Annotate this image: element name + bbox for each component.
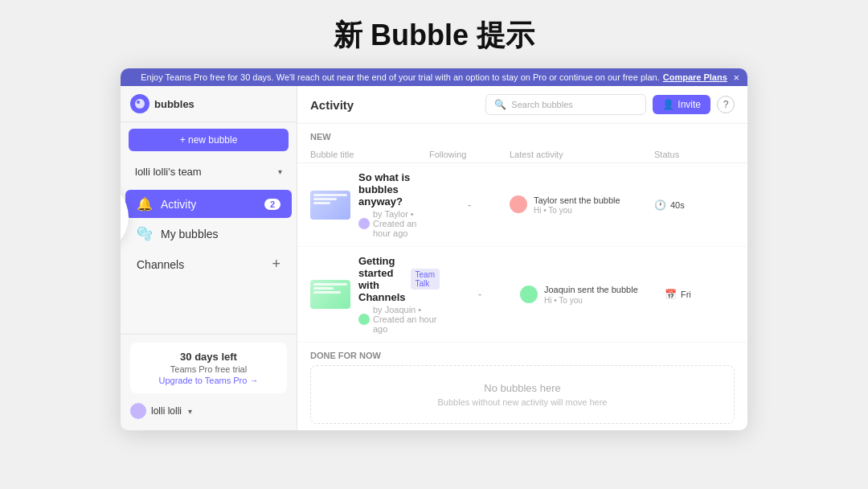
- team-chevron-icon: ▾: [278, 167, 282, 176]
- my-bubbles-icon: 🫧: [137, 226, 153, 241]
- main-layout: bubbles + new bubble lolli lolli's team …: [121, 86, 747, 430]
- logo-text: bubbles: [154, 98, 194, 110]
- invite-icon: 👤: [662, 99, 674, 110]
- status-text: Fri: [681, 290, 691, 299]
- bubble-meta: by Joaquin • Created an hour ago: [358, 305, 440, 334]
- activity-label: Activity: [161, 198, 196, 211]
- activity-text: Taylor sent the bubble: [534, 195, 620, 206]
- table-row[interactable]: Getting started with Channels Team Talk …: [297, 247, 747, 343]
- header-right: 🔍 Search bubbles 👤 Invite ?: [485, 94, 735, 115]
- sidebar-item-my-bubbles[interactable]: 🫧 My bubbles: [125, 220, 292, 248]
- user-row[interactable]: lolli lolli ▾: [130, 400, 287, 422]
- col-header-following: Following: [429, 150, 510, 159]
- trial-days: 30 days left: [138, 351, 279, 363]
- upgrade-link[interactable]: Upgrade to Teams Pro →: [138, 376, 279, 385]
- svg-point-0: [135, 99, 145, 109]
- activity-sub: Hi • To you: [544, 296, 638, 305]
- status-text: 40s: [670, 200, 685, 210]
- content-body: New Bubble title Following Latest activi…: [297, 124, 747, 430]
- search-placeholder: Search bubbles: [511, 100, 572, 109]
- team-name: lolli lolli's team: [135, 166, 202, 178]
- status-icon: 📅: [665, 289, 677, 300]
- search-icon: 🔍: [494, 99, 506, 110]
- activity-avatar: [510, 195, 527, 213]
- team-selector[interactable]: lolli lolli's team ▾: [129, 161, 289, 183]
- logo-icon: [130, 94, 149, 113]
- promo-banner: Enjoy Teams Pro free for 30 days. We'll …: [121, 68, 747, 86]
- sidebar-header: bubbles: [121, 86, 297, 122]
- page-title: 新 Bubble 提示: [334, 0, 534, 68]
- sidebar-item-activity[interactable]: 🔔 Activity 2: [125, 190, 292, 218]
- new-bubble-button[interactable]: + new bubble: [129, 129, 289, 151]
- bubble-thumbnail: [310, 191, 350, 220]
- col-header-status: Status: [654, 150, 735, 159]
- channels-label: Channels: [137, 258, 184, 271]
- sidebar-footer: 30 days left Teams Pro free trial Upgrad…: [121, 334, 297, 430]
- table-header: Bubble title Following Latest activity S…: [297, 146, 747, 163]
- bubble-info: Getting started with Channels Team Talk …: [310, 255, 440, 334]
- following-dash: -: [478, 288, 482, 301]
- status-cell: 📅 Fri: [665, 289, 745, 300]
- following-dash: -: [468, 199, 472, 212]
- activity-icon: 🔔: [137, 196, 153, 212]
- help-icon[interactable]: ?: [717, 96, 735, 113]
- content-header: Activity 🔍 Search bubbles 👤 Invite ?: [297, 86, 747, 124]
- bubble-thumbnail: [310, 280, 350, 309]
- new-section-label: New: [297, 124, 747, 146]
- activity-text: Joaquin sent the bubble: [544, 284, 638, 295]
- channels-section[interactable]: Channels +: [125, 249, 292, 279]
- bubble-title: So what is bubbles anyway?: [358, 171, 429, 208]
- banner-close-button[interactable]: ×: [733, 72, 739, 84]
- col-header-title: Bubble title: [310, 150, 429, 159]
- status-cell: 🕐 40s: [654, 199, 735, 211]
- status-icon: 🕐: [654, 199, 666, 211]
- empty-title: No bubbles here: [327, 382, 718, 394]
- empty-sub: Bubbles without new activity will move h…: [327, 397, 718, 407]
- team-tag: Team Talk: [411, 269, 440, 290]
- table-row[interactable]: So what is bubbles anyway? by Taylor • C…: [297, 163, 747, 247]
- empty-state-box: No bubbles here Bubbles without new acti…: [310, 365, 735, 424]
- user-avatar: [130, 403, 146, 419]
- activity-cell: Joaquin sent the bubble Hi • To you: [520, 284, 665, 304]
- banner-text: Enjoy Teams Pro free for 30 days. We'll …: [141, 72, 660, 82]
- main-content: Activity 🔍 Search bubbles 👤 Invite ? New: [297, 86, 747, 430]
- bubble-meta: by Taylor • Created an hour ago: [358, 209, 429, 238]
- content-title: Activity: [310, 98, 354, 112]
- invite-button[interactable]: 👤 Invite: [653, 95, 710, 114]
- trial-box: 30 days left Teams Pro free trial Upgrad…: [130, 343, 287, 393]
- search-box[interactable]: 🔍 Search bubbles: [485, 94, 646, 115]
- activity-cell: Taylor sent the bubble Hi • To you: [510, 195, 654, 215]
- done-section: Done for now No bubbles here Bubbles wit…: [297, 343, 747, 429]
- activity-sub: Hi • To you: [534, 206, 620, 215]
- bubble-title: Getting started with Channels Team Talk: [358, 255, 440, 303]
- following-cell: -: [440, 288, 520, 301]
- user-chevron-icon: ▾: [188, 407, 192, 416]
- invite-label: Invite: [678, 99, 701, 110]
- channels-add-icon[interactable]: +: [272, 256, 280, 273]
- meta-avatar: [358, 218, 370, 229]
- following-cell: -: [429, 199, 510, 212]
- col-header-activity: Latest activity: [510, 150, 654, 159]
- user-name: lolli lolli: [151, 405, 182, 417]
- sidebar: bubbles + new bubble lolli lolli's team …: [121, 86, 297, 430]
- compare-plans-link[interactable]: Compare Plans: [663, 72, 727, 82]
- trial-sub: Teams Pro free trial: [138, 364, 279, 374]
- logo-area: bubbles: [130, 94, 194, 113]
- app-container: Enjoy Teams Pro free for 30 days. We'll …: [121, 68, 747, 430]
- bubble-info: So what is bubbles anyway? by Taylor • C…: [310, 171, 429, 238]
- my-bubbles-label: My bubbles: [161, 228, 219, 240]
- svg-point-1: [137, 101, 140, 104]
- activity-badge: 2: [264, 199, 280, 210]
- meta-avatar: [358, 314, 370, 325]
- activity-avatar: [520, 286, 538, 303]
- done-section-label: Done for now: [310, 351, 735, 360]
